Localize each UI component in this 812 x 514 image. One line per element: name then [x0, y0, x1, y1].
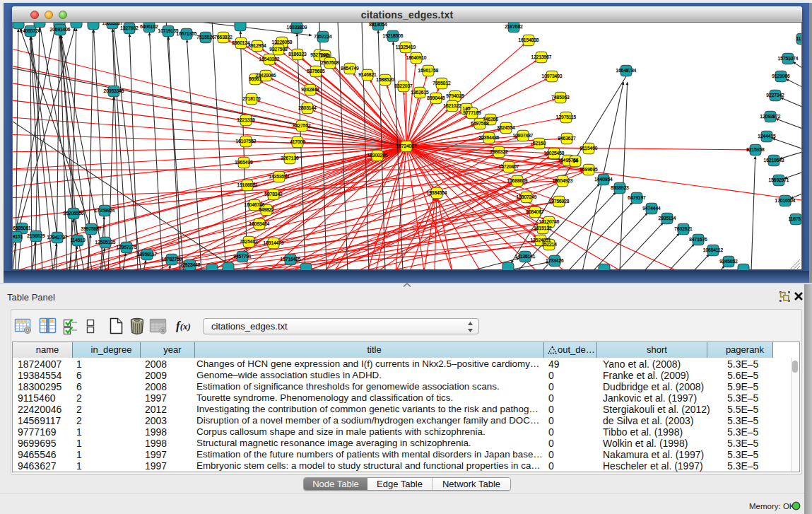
svg-text:8427552: 8427552	[293, 123, 311, 128]
svg-text:12213967: 12213967	[531, 54, 552, 59]
svg-text:16033809: 16033809	[287, 25, 307, 30]
svg-text:9245652: 9245652	[719, 259, 738, 264]
svg-text:1440954: 1440954	[594, 177, 613, 182]
svg-text:1546: 1546	[320, 53, 331, 58]
svg-text:9227342: 9227342	[766, 93, 784, 98]
svg-text:39151: 39151	[13, 234, 23, 239]
svg-text:13226058: 13226058	[272, 40, 293, 45]
svg-text:252214: 252214	[541, 242, 557, 247]
svg-text:10807487: 10807487	[513, 133, 534, 138]
svg-text:8938923: 8938923	[611, 185, 629, 190]
svg-text:2967608: 2967608	[321, 60, 339, 65]
svg-text:10958117: 10958117	[137, 252, 158, 257]
svg-text:15716485: 15716485	[281, 257, 301, 262]
svg-text:8186323: 8186323	[288, 52, 307, 57]
svg-text:12923448: 12923448	[180, 262, 201, 267]
svg-text:7663822: 7663822	[214, 35, 233, 40]
svg-text:16782759: 16782759	[162, 257, 182, 262]
svg-text:10973493: 10973493	[542, 74, 563, 78]
svg-text:17957275: 17957275	[117, 245, 137, 250]
svg-text:15692971: 15692971	[769, 177, 789, 182]
svg-text:62160: 62160	[533, 141, 546, 146]
svg-text:5875685: 5875685	[307, 69, 325, 74]
svg-text:9474444: 9474444	[642, 206, 661, 211]
svg-text:6479197: 6479197	[628, 195, 646, 200]
svg-text:2187682: 2187682	[505, 24, 523, 29]
svg-text:114519: 114519	[70, 238, 86, 243]
svg-text:7357224: 7357224	[314, 34, 332, 39]
svg-text:9129966: 9129966	[772, 74, 790, 78]
svg-text:1621022: 1621022	[443, 103, 461, 108]
svg-text:6585061: 6585061	[13, 226, 31, 230]
svg-text:19218506: 19218506	[383, 33, 404, 38]
svg-text:18640910: 18640910	[406, 55, 427, 60]
svg-text:15751074: 15751074	[778, 56, 799, 61]
svg-text:19166852: 19166852	[237, 182, 258, 187]
svg-text:19756928: 19756928	[549, 199, 570, 204]
svg-text:8912954: 8912954	[248, 43, 266, 48]
svg-text:9327508: 9327508	[269, 47, 288, 52]
svg-text:10025458: 10025458	[544, 151, 565, 156]
svg-text:14055724: 14055724	[20, 28, 41, 33]
svg-text:16914479: 16914479	[264, 240, 284, 245]
svg-text:16671355: 16671355	[177, 31, 197, 36]
svg-text:20206556: 20206556	[64, 211, 84, 216]
svg-text:10688609: 10688609	[507, 178, 528, 183]
svg-text:17016504: 17016504	[775, 198, 796, 203]
svg-text:16961758: 16961758	[418, 68, 439, 73]
svg-text:9146821: 9146821	[358, 72, 377, 77]
svg-text:5878342: 5878342	[264, 192, 283, 197]
svg-text:6497568: 6497568	[471, 121, 489, 126]
svg-text:1244415: 1244415	[758, 134, 776, 139]
svg-text:1615132: 1615132	[534, 226, 552, 230]
svg-text:1588520: 1588520	[376, 77, 394, 82]
svg-text:9084067: 9084067	[526, 209, 544, 214]
svg-text:8471676: 8471676	[689, 237, 707, 242]
svg-text:7632621: 7632621	[674, 226, 693, 231]
svg-text:2156829: 2156829	[27, 233, 45, 238]
svg-text:18724007: 18724007	[396, 144, 417, 148]
svg-text:9777169: 9777169	[463, 110, 481, 115]
svg-text:16154838: 16154838	[519, 37, 539, 42]
svg-text:2718176: 2718176	[242, 96, 261, 101]
svg-text:9115460: 9115460	[580, 146, 598, 151]
svg-text:9794028: 9794028	[446, 93, 464, 98]
svg-text:12093872: 12093872	[760, 114, 781, 119]
svg-text:15720407: 15720407	[499, 164, 519, 169]
svg-text:16210643: 16210643	[764, 158, 784, 163]
svg-text:10654112: 10654112	[703, 247, 724, 252]
svg-text:2935114: 2935114	[659, 216, 676, 221]
svg-text:12505135: 12505135	[95, 240, 116, 245]
svg-text:18300295: 18300295	[367, 153, 388, 158]
svg-text:1733426: 1733426	[546, 258, 564, 263]
svg-text:10719135: 10719135	[158, 28, 179, 33]
svg-text:8215958: 8215958	[746, 147, 765, 152]
svg-text:417006: 417006	[290, 139, 305, 144]
svg-text:3624554: 3624554	[497, 125, 515, 130]
svg-text:16046746: 16046746	[245, 202, 265, 207]
svg-text:20364436: 20364436	[479, 135, 500, 140]
svg-text:1362615: 1362615	[411, 90, 429, 95]
svg-text:16093484: 16093484	[249, 221, 270, 226]
svg-text:16543382: 16543382	[259, 57, 280, 62]
svg-text:39975887: 39975887	[81, 226, 102, 231]
svg-text:12975115: 12975115	[556, 115, 577, 119]
svg-text:11325419: 11325419	[396, 45, 416, 49]
svg-text:8813054: 8813054	[369, 23, 387, 27]
svg-text:7485063: 7485063	[551, 95, 570, 100]
svg-text:1327602: 1327602	[120, 25, 139, 30]
svg-text:20691406: 20691406	[50, 27, 71, 32]
svg-text:19384554: 19384554	[427, 190, 447, 195]
svg-text:9242848: 9242848	[301, 87, 319, 92]
svg-text:1221339: 1221339	[237, 117, 255, 122]
svg-text:14136141: 14136141	[515, 254, 536, 259]
svg-text:9457791: 9457791	[233, 254, 252, 259]
svg-text:116753: 116753	[788, 216, 801, 221]
svg-text:8960124: 8960124	[232, 40, 250, 45]
svg-text:16107552: 16107552	[236, 139, 257, 144]
svg-text:8990448: 8990448	[427, 95, 445, 100]
svg-text:11124: 11124	[796, 36, 801, 41]
svg-text:8699695: 8699695	[579, 167, 598, 172]
svg-text:14353594: 14353594	[269, 174, 290, 179]
svg-text:7625402: 7625402	[240, 239, 258, 244]
